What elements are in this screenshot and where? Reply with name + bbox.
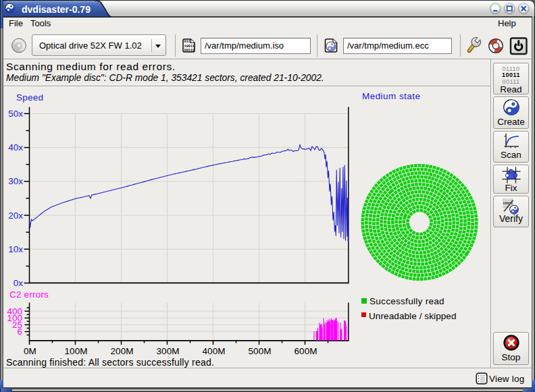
svg-text:20x: 20x [8, 211, 23, 221]
svg-text:400M: 400M [203, 346, 226, 356]
svg-text:600M: 600M [295, 346, 317, 356]
svg-text:300M: 300M [157, 346, 180, 356]
svg-text:30x: 30x [8, 176, 23, 186]
svg-text:0x: 0x [14, 278, 24, 288]
svg-text:10x: 10x [8, 244, 23, 254]
svg-text:6: 6 [17, 327, 22, 337]
svg-text:40x: 40x [8, 142, 23, 152]
svg-text:100M: 100M [65, 346, 88, 356]
svg-text:500M: 500M [249, 346, 272, 356]
svg-text:50x: 50x [8, 109, 23, 119]
svg-text:200M: 200M [111, 346, 134, 356]
svg-text:0M: 0M [24, 346, 36, 356]
